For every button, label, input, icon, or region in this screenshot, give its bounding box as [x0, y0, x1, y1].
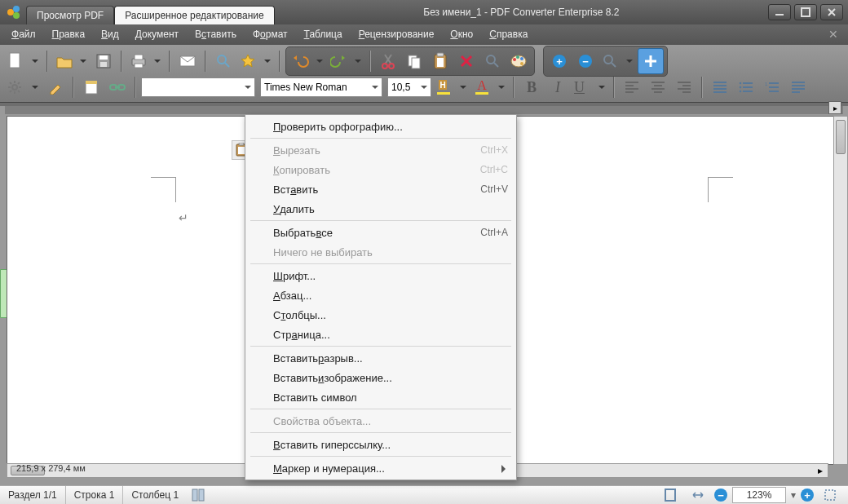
header-tool-button[interactable]	[79, 75, 104, 99]
zoom-level-field[interactable]: 123%	[732, 487, 786, 503]
context-menu-item[interactable]: Вставить разрыв...	[245, 348, 516, 368]
new-doc-button[interactable]	[5, 49, 42, 73]
context-menu-item[interactable]: Столбцы...	[245, 305, 516, 325]
redo-button[interactable]	[328, 49, 364, 73]
context-menu-item[interactable]: Абзац...	[245, 285, 516, 305]
indent-inc-button[interactable]	[786, 75, 810, 99]
list-bullets-button[interactable]	[708, 75, 732, 99]
zoom-tool-button[interactable]	[480, 49, 505, 73]
context-menu-item[interactable]: Вставить символ	[245, 387, 516, 407]
svg-rect-46	[192, 489, 197, 501]
menu-review[interactable]: Рецензирование	[352, 27, 441, 42]
underline-button[interactable]: U	[572, 75, 608, 99]
mail-button[interactable]	[175, 49, 200, 73]
context-menu-item[interactable]: Проверить орфографию...	[245, 117, 516, 136]
minimize-button[interactable]	[768, 4, 791, 20]
context-menu-item[interactable]: Вставить гиперссылку...	[245, 435, 516, 454]
status-row[interactable]: Строка 1	[66, 486, 124, 504]
color-picker-button[interactable]	[506, 49, 531, 73]
status-section[interactable]: Раздел 1/1	[0, 486, 66, 504]
svg-point-24	[516, 55, 519, 59]
context-menu-item: Ничего не выбирать	[245, 242, 516, 262]
edit-group	[285, 46, 535, 76]
maximize-button[interactable]	[794, 4, 817, 20]
window-controls	[768, 4, 843, 20]
zoom-group: + −	[543, 46, 668, 77]
highlight-button[interactable]: H	[433, 75, 470, 99]
context-menu-item[interactable]: Вставить изображение...	[245, 368, 516, 387]
svg-rect-3	[775, 14, 784, 15]
zoom-fit-button[interactable]	[599, 49, 636, 73]
copy-button[interactable]	[402, 49, 426, 73]
settings-button[interactable]	[5, 75, 42, 99]
italic-button[interactable]: I	[545, 75, 570, 99]
undo-button[interactable]	[289, 49, 326, 73]
svg-rect-5	[10, 53, 20, 68]
svg-rect-36	[437, 92, 450, 95]
favorite-button[interactable]	[237, 49, 274, 73]
menu-file[interactable]: Файл	[5, 27, 42, 42]
context-menu-item[interactable]: Шрифт...	[245, 266, 516, 285]
fit-page-icon[interactable]	[662, 487, 678, 503]
svg-rect-33	[115, 86, 120, 88]
font-combo[interactable]: Times New Roman	[260, 77, 382, 97]
svg-point-15	[389, 64, 394, 69]
menu-help[interactable]: Справка	[483, 27, 534, 42]
svg-point-1	[13, 6, 20, 12]
align-left-button[interactable]	[620, 75, 644, 99]
svg-text:A: A	[477, 78, 487, 92]
edit-tool-button[interactable]	[43, 75, 68, 99]
link-tool-button[interactable]	[105, 75, 130, 99]
vertical-scrollbar[interactable]	[833, 116, 848, 465]
menu-window[interactable]: Окно	[444, 27, 479, 42]
toolbar-area: + − Times New Roman 10,5 H A B I U 1	[0, 44, 848, 103]
zoom-dropdown-icon[interactable]: ▾	[791, 489, 796, 501]
context-menu-item[interactable]: Страница...	[245, 325, 516, 344]
zoom-out-button[interactable]: −	[573, 49, 598, 73]
doc-close-icon[interactable]: ✕	[824, 28, 843, 41]
context-menu-item[interactable]: Выбрать всеCtrl+A	[245, 223, 516, 242]
menu-edit[interactable]: Правка	[46, 27, 92, 42]
svg-rect-7	[99, 55, 108, 60]
svg-point-23	[513, 58, 516, 61]
tab-advanced-edit[interactable]: Расширенное редактирование	[114, 6, 275, 24]
zoom-in-status-button[interactable]: +	[801, 489, 814, 502]
menu-view[interactable]: Вид	[95, 27, 126, 42]
find-button[interactable]	[211, 49, 236, 73]
zoom-out-status-button[interactable]: −	[714, 489, 727, 502]
menu-insert[interactable]: Вставить	[188, 27, 243, 42]
style-combo[interactable]	[141, 77, 255, 97]
font-size-combo[interactable]: 10,5	[387, 77, 431, 97]
tab-view-pdf[interactable]: Просмотр PDF	[26, 6, 114, 24]
status-col[interactable]: Столбец 1	[123, 486, 187, 504]
bold-button[interactable]: B	[519, 75, 544, 99]
context-menu-item[interactable]: ВставитьCtrl+V	[245, 179, 516, 199]
fullscreen-status-icon[interactable]	[822, 487, 838, 503]
fullscreen-button[interactable]	[638, 48, 664, 74]
delete-button[interactable]	[454, 49, 479, 73]
print-button[interactable]	[127, 49, 164, 73]
svg-rect-49	[825, 490, 835, 500]
cut-button[interactable]	[376, 49, 400, 73]
list-numbers-button[interactable]	[734, 75, 758, 99]
menu-document[interactable]: Документ	[129, 27, 185, 42]
menu-format[interactable]: Формат	[246, 27, 294, 42]
fit-width-icon[interactable]	[690, 487, 706, 503]
open-button[interactable]	[53, 49, 90, 73]
align-right-button[interactable]	[672, 75, 696, 99]
close-button[interactable]	[820, 4, 843, 20]
save-button[interactable]	[91, 49, 116, 73]
paste-button[interactable]	[428, 49, 453, 73]
svg-rect-4	[802, 8, 810, 16]
svg-point-14	[382, 64, 387, 69]
font-color-button[interactable]: A	[471, 75, 508, 99]
align-center-button[interactable]	[646, 75, 670, 99]
indent-dec-button[interactable]: 1	[760, 75, 784, 99]
status-layout-icon[interactable]	[190, 487, 206, 503]
context-menu-item[interactable]: Маркер и нумерация...	[245, 458, 516, 478]
context-menu-item[interactable]: Удалить	[245, 199, 516, 219]
svg-point-26	[520, 62, 523, 65]
zoom-in-button[interactable]: +	[547, 49, 572, 73]
menu-table[interactable]: Таблица	[298, 27, 349, 42]
tabstrip-arrow-icon[interactable]: ▸	[828, 101, 841, 114]
